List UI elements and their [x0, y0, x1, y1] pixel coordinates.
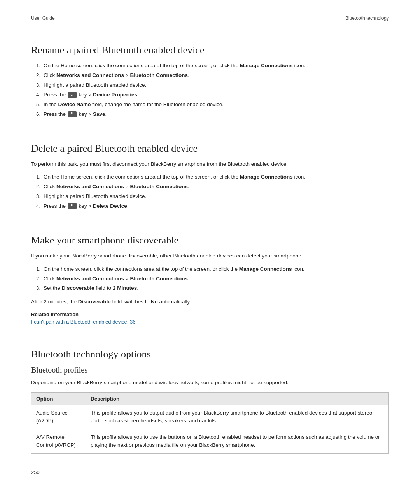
page-footer: 250 — [31, 469, 389, 475]
subsection-bt-profiles: Bluetooth profiles Depending on your Bla… — [31, 366, 389, 454]
list-item: Press the key > Device Properties. — [42, 91, 389, 100]
menu-key-icon — [68, 92, 77, 98]
list-item: Set the Discoverable field to 2 Minutes. — [42, 284, 389, 293]
section-delete-title: Delete a paired Bluetooth enabled device — [31, 143, 389, 154]
list-item: Highlight a paired Bluetooth enabled dev… — [42, 192, 389, 201]
list-item: On the Home screen, click the connection… — [42, 61, 389, 70]
section-bt-options: Bluetooth technology options Bluetooth p… — [31, 348, 389, 454]
subsection-bt-profiles-intro: Depending on your BlackBerry smartphone … — [31, 378, 389, 387]
subsection-bt-profiles-title: Bluetooth profiles — [31, 366, 389, 374]
rename-steps: On the Home screen, click the connection… — [42, 61, 389, 119]
related-link[interactable]: I can't pair with a Bluetooth enabled de… — [31, 319, 135, 325]
table-cell-description: This profile allows you to use the butto… — [86, 429, 389, 454]
table-row: Audio Source (A2DP) This profile allows … — [32, 405, 389, 429]
header-left: User Guide — [31, 16, 55, 21]
section-discoverable-intro: If you make your BlackBerry smartphone d… — [31, 252, 389, 260]
section-divider — [31, 339, 389, 339]
section-divider — [31, 133, 389, 133]
section-bt-options-title: Bluetooth technology options — [31, 348, 389, 360]
table-cell-option: A/V Remote Control (AVRCP) — [32, 429, 86, 454]
list-item: Click Networks and Connections > Bluetoo… — [42, 71, 389, 80]
table-row: A/V Remote Control (AVRCP) This profile … — [32, 429, 389, 454]
related-info-title: Related information — [31, 312, 389, 317]
page-number: 250 — [31, 469, 40, 475]
section-discoverable-title: Make your smartphone discoverable — [31, 234, 389, 246]
list-item: Click Networks and Connections > Bluetoo… — [42, 182, 389, 191]
list-item: In the Device Name field, change the nam… — [42, 100, 389, 109]
discoverable-steps: On the home screen, click the connection… — [42, 265, 389, 293]
list-item: Highlight a paired Bluetooth enabled dev… — [42, 81, 389, 90]
table-header-description: Description — [86, 392, 389, 405]
section-delete: Delete a paired Bluetooth enabled device… — [31, 143, 389, 211]
table-cell-option: Audio Source (A2DP) — [32, 405, 86, 429]
discoverable-after-note: After 2 minutes, the Discoverable field … — [31, 298, 389, 306]
delete-steps: On the Home screen, click the connection… — [42, 173, 389, 211]
table-cell-description: This profile allows you to output audio … — [86, 405, 389, 429]
section-delete-intro: To perform this task, you must first dis… — [31, 160, 389, 168]
section-rename-title: Rename a paired Bluetooth enabled device — [31, 44, 389, 56]
page-header: User Guide Bluetooth technology — [31, 16, 389, 21]
list-item: On the Home screen, click the connection… — [42, 173, 389, 182]
menu-key-icon — [68, 203, 77, 209]
section-rename: Rename a paired Bluetooth enabled device… — [31, 44, 389, 119]
header-right: Bluetooth technology — [345, 16, 389, 21]
list-item: Press the key > Delete Device. — [42, 202, 389, 211]
menu-key-icon — [68, 111, 77, 117]
list-item: Click Networks and Connections > Bluetoo… — [42, 275, 389, 284]
section-divider — [31, 225, 389, 225]
bluetooth-profiles-table: Option Description Audio Source (A2DP) T… — [31, 392, 389, 454]
list-item: Press the key > Save. — [42, 110, 389, 119]
list-item: On the home screen, click the connection… — [42, 265, 389, 274]
related-info: Related information I can't pair with a … — [31, 312, 389, 325]
table-header-option: Option — [32, 392, 86, 405]
section-discoverable: Make your smartphone discoverable If you… — [31, 234, 389, 325]
